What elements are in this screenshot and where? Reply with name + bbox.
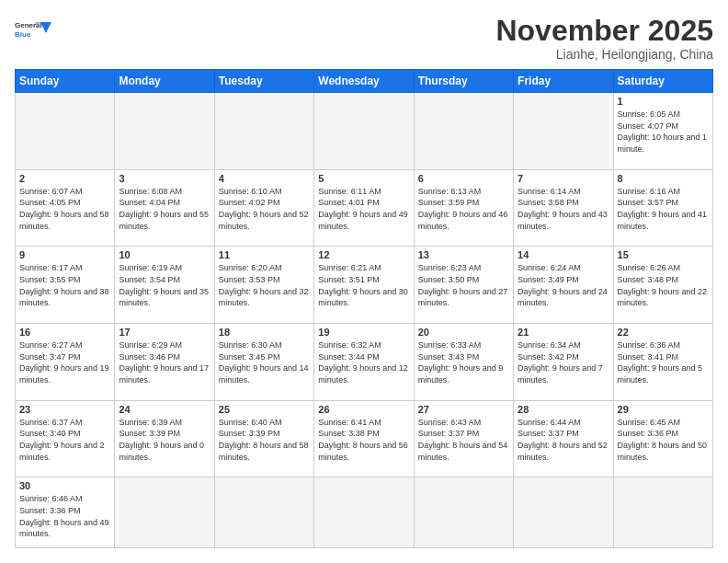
weekday-header-row: SundayMondayTuesdayWednesdayThursdayFrid… [16, 70, 713, 93]
day-number: 2 [19, 173, 110, 184]
weekday-monday: Monday [115, 70, 214, 93]
calendar-cell: 26Sunrise: 6:41 AMSunset: 3:38 PMDayligh… [314, 400, 414, 477]
calendar-cell: 7Sunrise: 6:14 AMSunset: 3:58 PMDaylight… [514, 169, 613, 247]
calendar-cell [115, 93, 214, 170]
day-info: Sunrise: 6:37 AMSunset: 3:40 PMDaylight:… [19, 417, 110, 463]
day-info: Sunrise: 6:24 AMSunset: 3:49 PMDaylight:… [518, 262, 609, 308]
day-info: Sunrise: 6:21 AMSunset: 3:51 PMDaylight:… [318, 262, 409, 308]
day-number: 8 [618, 173, 709, 184]
day-number: 1 [618, 96, 709, 107]
calendar-cell: 1Sunrise: 6:05 AMSunset: 4:07 PMDaylight… [613, 93, 712, 170]
day-number: 7 [518, 173, 609, 184]
weekday-saturday: Saturday [613, 70, 712, 93]
calendar-cell [414, 93, 513, 170]
weekday-tuesday: Tuesday [214, 70, 313, 93]
day-number: 3 [119, 173, 210, 184]
day-info: Sunrise: 6:26 AMSunset: 3:48 PMDaylight:… [618, 262, 709, 308]
week-row-5: 30Sunrise: 6:46 AMSunset: 3:36 PMDayligh… [16, 477, 713, 548]
day-number: 26 [318, 404, 409, 415]
calendar-cell: 8Sunrise: 6:16 AMSunset: 3:57 PMDaylight… [613, 169, 712, 247]
day-number: 16 [19, 327, 110, 338]
day-info: Sunrise: 6:32 AMSunset: 3:44 PMDaylight:… [318, 339, 409, 385]
day-info: Sunrise: 6:07 AMSunset: 4:05 PMDaylight:… [19, 186, 110, 232]
day-number: 6 [418, 173, 509, 184]
day-info: Sunrise: 6:05 AMSunset: 4:07 PMDaylight:… [618, 109, 709, 155]
calendar-cell: 24Sunrise: 6:39 AMSunset: 3:39 PMDayligh… [115, 400, 214, 477]
day-number: 15 [618, 249, 709, 260]
calendar-cell [514, 93, 613, 170]
weekday-thursday: Thursday [414, 70, 513, 93]
day-number: 14 [518, 249, 609, 260]
day-info: Sunrise: 6:36 AMSunset: 3:41 PMDaylight:… [618, 339, 709, 385]
day-info: Sunrise: 6:43 AMSunset: 3:37 PMDaylight:… [418, 417, 509, 463]
week-row-2: 9Sunrise: 6:17 AMSunset: 3:55 PMDaylight… [16, 247, 713, 324]
day-number: 10 [119, 249, 210, 260]
day-number: 28 [518, 404, 609, 415]
day-number: 9 [19, 249, 110, 260]
day-info: Sunrise: 6:27 AMSunset: 3:47 PMDaylight:… [19, 339, 110, 385]
day-number: 19 [318, 327, 409, 338]
weekday-sunday: Sunday [16, 70, 115, 93]
page: General Blue November 2025 Lianhe, Heilo… [0, 0, 728, 563]
calendar-cell: 6Sunrise: 6:13 AMSunset: 3:59 PMDaylight… [414, 169, 513, 247]
day-info: Sunrise: 6:17 AMSunset: 3:55 PMDaylight:… [19, 262, 110, 308]
calendar-cell [414, 477, 513, 548]
calendar-cell [613, 477, 712, 548]
day-info: Sunrise: 6:30 AMSunset: 3:45 PMDaylight:… [219, 339, 310, 385]
calendar-cell: 22Sunrise: 6:36 AMSunset: 3:41 PMDayligh… [613, 324, 712, 401]
calendar-cell: 15Sunrise: 6:26 AMSunset: 3:48 PMDayligh… [613, 247, 712, 324]
day-info: Sunrise: 6:08 AMSunset: 4:04 PMDaylight:… [119, 186, 210, 232]
day-info: Sunrise: 6:41 AMSunset: 3:38 PMDaylight:… [318, 417, 409, 463]
calendar-cell: 11Sunrise: 6:20 AMSunset: 3:53 PMDayligh… [214, 247, 313, 324]
day-info: Sunrise: 6:33 AMSunset: 3:43 PMDaylight:… [418, 339, 509, 385]
day-number: 11 [219, 249, 310, 260]
calendar-cell [514, 477, 613, 548]
day-info: Sunrise: 6:11 AMSunset: 4:01 PMDaylight:… [318, 186, 409, 232]
calendar: SundayMondayTuesdayWednesdayThursdayFrid… [15, 69, 713, 548]
day-number: 29 [618, 404, 709, 415]
calendar-cell [214, 93, 313, 170]
calendar-cell [115, 477, 214, 548]
svg-marker-2 [40, 22, 51, 33]
calendar-cell: 2Sunrise: 6:07 AMSunset: 4:05 PMDaylight… [16, 169, 115, 247]
day-number: 27 [418, 404, 509, 415]
calendar-cell: 17Sunrise: 6:29 AMSunset: 3:46 PMDayligh… [115, 324, 214, 401]
weekday-friday: Friday [514, 70, 613, 93]
calendar-cell: 10Sunrise: 6:19 AMSunset: 3:54 PMDayligh… [115, 247, 214, 324]
month-title: November 2025 [495, 15, 713, 47]
calendar-cell: 20Sunrise: 6:33 AMSunset: 3:43 PMDayligh… [414, 324, 513, 401]
day-info: Sunrise: 6:39 AMSunset: 3:39 PMDaylight:… [119, 417, 210, 463]
day-number: 4 [219, 173, 310, 184]
calendar-cell: 27Sunrise: 6:43 AMSunset: 3:37 PMDayligh… [414, 400, 513, 477]
calendar-cell: 14Sunrise: 6:24 AMSunset: 3:49 PMDayligh… [514, 247, 613, 324]
day-info: Sunrise: 6:14 AMSunset: 3:58 PMDaylight:… [518, 186, 609, 232]
day-info: Sunrise: 6:20 AMSunset: 3:53 PMDaylight:… [219, 262, 310, 308]
day-info: Sunrise: 6:29 AMSunset: 3:46 PMDaylight:… [119, 339, 210, 385]
day-info: Sunrise: 6:40 AMSunset: 3:39 PMDaylight:… [219, 417, 310, 463]
day-info: Sunrise: 6:23 AMSunset: 3:50 PMDaylight:… [418, 262, 509, 308]
day-number: 13 [418, 249, 509, 260]
svg-text:Blue: Blue [15, 30, 31, 39]
weekday-wednesday: Wednesday [314, 70, 414, 93]
calendar-cell: 13Sunrise: 6:23 AMSunset: 3:50 PMDayligh… [414, 247, 513, 324]
week-row-3: 16Sunrise: 6:27 AMSunset: 3:47 PMDayligh… [16, 324, 713, 401]
calendar-cell [214, 477, 313, 548]
day-number: 25 [219, 404, 310, 415]
calendar-cell: 3Sunrise: 6:08 AMSunset: 4:04 PMDaylight… [115, 169, 214, 247]
calendar-cell: 28Sunrise: 6:44 AMSunset: 3:37 PMDayligh… [514, 400, 613, 477]
calendar-cell: 12Sunrise: 6:21 AMSunset: 3:51 PMDayligh… [314, 247, 414, 324]
calendar-cell: 18Sunrise: 6:30 AMSunset: 3:45 PMDayligh… [214, 324, 313, 401]
calendar-cell [314, 93, 414, 170]
calendar-cell: 9Sunrise: 6:17 AMSunset: 3:55 PMDaylight… [16, 247, 115, 324]
day-info: Sunrise: 6:13 AMSunset: 3:59 PMDaylight:… [418, 186, 509, 232]
day-info: Sunrise: 6:45 AMSunset: 3:36 PMDaylight:… [618, 417, 709, 463]
calendar-cell: 21Sunrise: 6:34 AMSunset: 3:42 PMDayligh… [514, 324, 613, 401]
title-block: November 2025 Lianhe, Heilongjiang, Chin… [495, 15, 713, 62]
day-number: 30 [19, 480, 110, 491]
logo: General Blue [15, 15, 51, 48]
day-number: 20 [418, 327, 509, 338]
calendar-cell [16, 93, 115, 170]
day-info: Sunrise: 6:34 AMSunset: 3:42 PMDaylight:… [518, 339, 609, 385]
header: General Blue November 2025 Lianhe, Heilo… [15, 15, 713, 62]
week-row-1: 2Sunrise: 6:07 AMSunset: 4:05 PMDaylight… [16, 169, 713, 247]
